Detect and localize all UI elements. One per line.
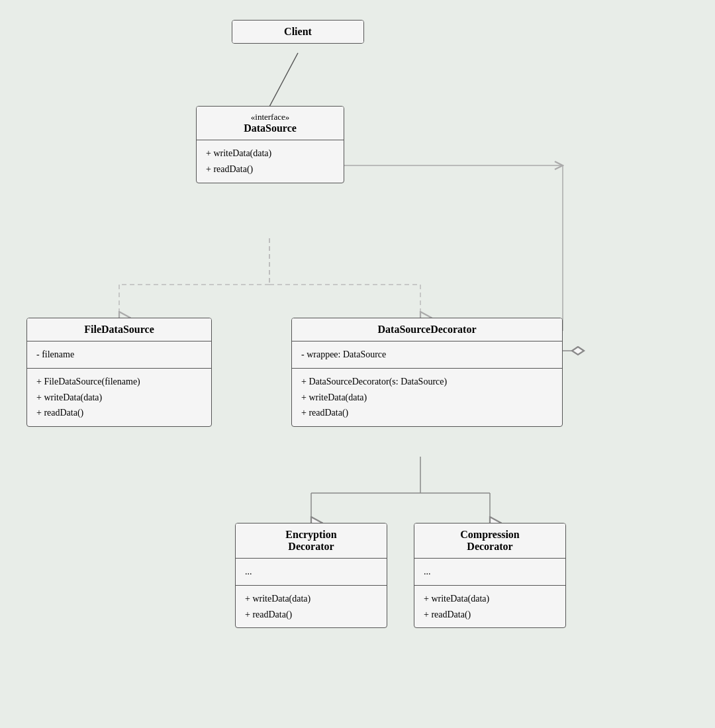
datasourcedecorator-fields: - wrappee: DataSource	[292, 341, 562, 369]
datasourcedecorator-method-3: + readData()	[301, 405, 553, 421]
datasource-stereotype: «interface»	[206, 112, 334, 122]
encryptiondecorator-box: Encryption Decorator ... + writeData(dat…	[235, 523, 387, 628]
filedatasource-header: FileDataSource	[27, 318, 211, 341]
filedatasource-methods: + FileDataSource(filename) + writeData(d…	[27, 369, 211, 426]
filedatasource-box: FileDataSource - filename + FileDataSour…	[26, 318, 212, 427]
encryptiondecorator-methods: + writeData(data) + readData()	[236, 586, 387, 628]
compressiondecorator-methods: + writeData(data) + readData()	[414, 586, 565, 628]
encryptiondecorator-header: Encryption Decorator	[236, 523, 387, 559]
diagram-container: Client «interface» DataSource + writeDat…	[0, 0, 715, 728]
encryptiondecorator-fields: ...	[236, 559, 387, 586]
datasource-header: «interface» DataSource	[197, 107, 344, 140]
encryptiondecorator-name: Encryption Decorator	[245, 529, 377, 553]
datasource-box: «interface» DataSource + writeData(data)…	[196, 106, 344, 183]
compressiondecorator-header: Compression Decorator	[414, 523, 565, 559]
svg-line-4	[269, 53, 298, 107]
compressiondecorator-method-1: + writeData(data)	[424, 591, 556, 607]
datasource-method-2: + readData()	[206, 161, 334, 177]
datasourcedecorator-header: DataSourceDecorator	[292, 318, 562, 341]
datasourcedecorator-box: DataSourceDecorator - wrappee: DataSourc…	[291, 318, 563, 427]
compressiondecorator-box: Compression Decorator ... + writeData(da…	[414, 523, 566, 628]
compressiondecorator-name: Compression Decorator	[424, 529, 556, 553]
filedatasource-name: FileDataSource	[36, 324, 202, 336]
filedatasource-method-2: + writeData(data)	[36, 390, 202, 406]
client-box: Client	[232, 20, 364, 44]
datasourcedecorator-method-1: + DataSourceDecorator(s: DataSource)	[301, 374, 553, 390]
datasource-method-1: + writeData(data)	[206, 146, 334, 161]
encryptiondecorator-method-1: + writeData(data)	[245, 591, 377, 607]
datasource-name: DataSource	[206, 122, 334, 134]
filedatasource-field-1: - filename	[36, 347, 202, 363]
datasource-methods: + writeData(data) + readData()	[197, 140, 344, 183]
filedatasource-method-3: + readData()	[36, 405, 202, 421]
filedatasource-fields: - filename	[27, 341, 211, 369]
compressiondecorator-field-1: ...	[424, 564, 556, 580]
filedatasource-method-1: + FileDataSource(filename)	[36, 374, 202, 390]
compressiondecorator-method-2: + readData()	[424, 607, 556, 623]
datasourcedecorator-name: DataSourceDecorator	[301, 324, 553, 336]
compressiondecorator-fields: ...	[414, 559, 565, 586]
datasourcedecorator-methods: + DataSourceDecorator(s: DataSource) + w…	[292, 369, 562, 426]
client-header: Client	[232, 21, 363, 43]
datasourcedecorator-field-1: - wrappee: DataSource	[301, 347, 553, 363]
encryptiondecorator-field-1: ...	[245, 564, 377, 580]
client-name: Client	[242, 26, 354, 38]
encryptiondecorator-method-2: + readData()	[245, 607, 377, 623]
datasourcedecorator-method-2: + writeData(data)	[301, 390, 553, 406]
